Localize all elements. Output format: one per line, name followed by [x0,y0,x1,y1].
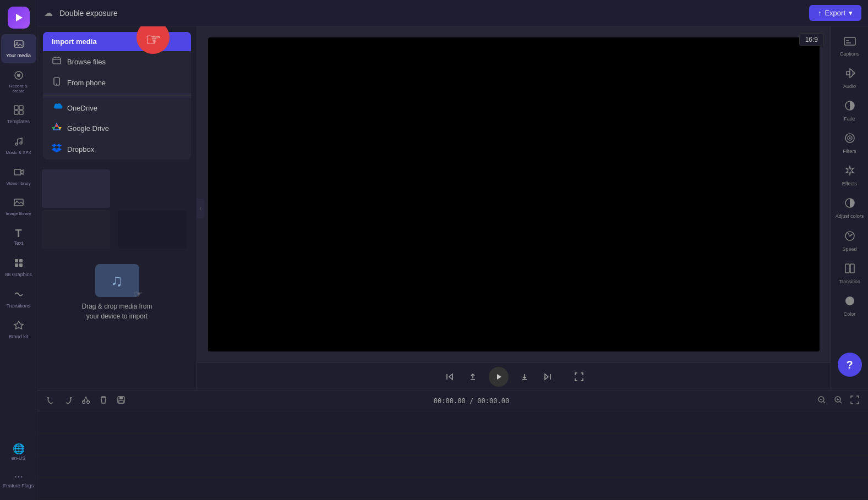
google-drive-item[interactable]: Google Drive [43,118,191,139]
right-panel-effects[interactable]: Effects [833,160,866,192]
svg-point-26 [849,138,850,139]
timeline-track-1 [37,411,868,433]
media-thumb-2[interactable] [118,169,187,208]
import-media-button[interactable]: Import media [43,32,191,51]
top-bar-right: ↑ Export ▾ [809,5,861,21]
app-logo[interactable] [8,7,30,29]
media-grid-area: ♫ ☞ Drag & drop media from your device t… [37,165,196,390]
play-button[interactable] [489,367,509,387]
video-canvas [208,37,820,351]
sidebar-item-feature-flags[interactable]: ⋯ Feature Flags [1,468,36,493]
browse-files-item[interactable]: Browse files [43,51,191,72]
download-button[interactable] [517,370,532,384]
video-library-icon [13,167,24,179]
media-thumb-4[interactable] [118,210,187,249]
effects-icon [844,165,855,179]
share-button[interactable] [466,370,480,384]
transition-icon [844,263,855,277]
svg-point-31 [845,296,854,305]
en-us-icon: 🌐 [13,444,25,454]
svg-rect-35 [119,397,123,399]
video-controls [197,362,831,390]
svg-point-20 [56,84,57,85]
aspect-ratio-badge[interactable]: 16:9 [799,33,824,46]
right-panel-audio[interactable]: Audio [833,62,866,95]
color-label: Color [844,311,856,317]
filters-icon [844,133,855,146]
music-icon [13,136,24,149]
sidebar-item-image-library[interactable]: Image library [1,193,36,221]
dropbox-item[interactable]: Dropbox [43,139,191,160]
svg-rect-11 [14,169,21,175]
dropbox-icon [52,144,62,155]
media-thumb-3[interactable] [42,210,110,249]
video-library-label: Video library [6,181,30,186]
timeline-tracks [37,411,868,500]
record-icon [13,70,24,83]
zoom-out-button[interactable] [815,393,828,409]
browse-files-icon [52,56,62,67]
music-label: Music & SFX [6,150,31,156]
collapse-arrow-icon: ‹ [199,205,201,211]
right-panel-fade[interactable]: Fade [833,95,866,127]
panel-collapse-handle[interactable]: ‹ [196,199,204,218]
skip-to-start-button[interactable] [443,370,457,384]
graphics-label: 88 Graphics [5,272,32,278]
import-media-label: Import media [52,37,97,46]
right-panel-filters[interactable]: Filters [833,127,866,160]
sidebar-item-transitions[interactable]: Transitions [1,284,36,314]
help-button[interactable]: ? [838,353,862,377]
svg-rect-17 [19,263,23,267]
right-panel-transition[interactable]: Transition [833,257,866,290]
redo-button[interactable] [62,393,75,409]
delete-button[interactable] [97,393,110,409]
right-panel-adjust-colors[interactable]: Adjust colors [833,192,866,225]
sidebar-item-video-library[interactable]: Video library [1,162,36,191]
drag-drop-text: Drag & drop media from your device to im… [81,301,152,321]
save-timeline-button[interactable] [114,393,128,409]
media-panel: ☞ Import media [37,26,197,390]
cloud-save-icon[interactable]: ☁ [44,8,53,18]
sidebar-item-en-us[interactable]: 🌐 en-US [1,439,36,466]
media-thumb-1[interactable] [42,169,110,208]
right-panel-captions[interactable]: Captions [833,31,866,62]
timeline-separator: / [470,397,477,405]
svg-point-9 [15,143,18,145]
svg-rect-5 [14,106,18,109]
onedrive-item[interactable]: OneDrive [43,98,191,118]
timeline-zoom-controls [815,393,861,409]
fullscreen-button[interactable] [572,370,586,383]
sidebar-item-music[interactable]: Music & SFX [1,131,36,160]
text-label: Text [14,240,23,246]
timeline-current-time: 00:00.00 [434,397,466,405]
templates-icon [13,105,24,117]
sidebar-item-record[interactable]: Record &create [1,65,36,98]
google-drive-icon [52,123,62,134]
from-phone-item[interactable]: From phone [43,72,191,93]
export-button[interactable]: ↑ Export ▾ [809,5,861,21]
brand-icon [13,320,24,332]
sidebar-item-text[interactable]: T Text [1,223,36,251]
svg-rect-16 [15,263,18,267]
right-panel-color[interactable]: Color [833,290,866,322]
adjust-colors-label: Adjust colors [836,213,864,219]
svg-rect-8 [19,111,23,114]
sidebar-item-templates[interactable]: Templates [1,100,36,129]
right-panel-speed[interactable]: Speed [833,225,866,257]
templates-label: Templates [7,119,30,125]
sidebar-item-brand[interactable]: Brand kit [1,315,36,344]
zoom-fit-button[interactable] [848,393,861,409]
skip-to-end-button[interactable] [541,370,555,384]
undo-button[interactable] [44,393,57,409]
sidebar-item-your-media[interactable]: Your media [1,34,36,63]
adjust-colors-icon [844,197,855,211]
cut-button[interactable] [79,393,92,409]
sidebar-item-graphics[interactable]: 88 Graphics [1,253,36,282]
right-panel: Captions Audio [831,26,868,390]
fade-icon [844,100,855,114]
svg-rect-29 [845,264,849,273]
zoom-in-button[interactable] [832,393,845,409]
svg-rect-36 [119,400,123,403]
svg-rect-30 [850,264,854,273]
fade-label: Fade [844,116,855,122]
